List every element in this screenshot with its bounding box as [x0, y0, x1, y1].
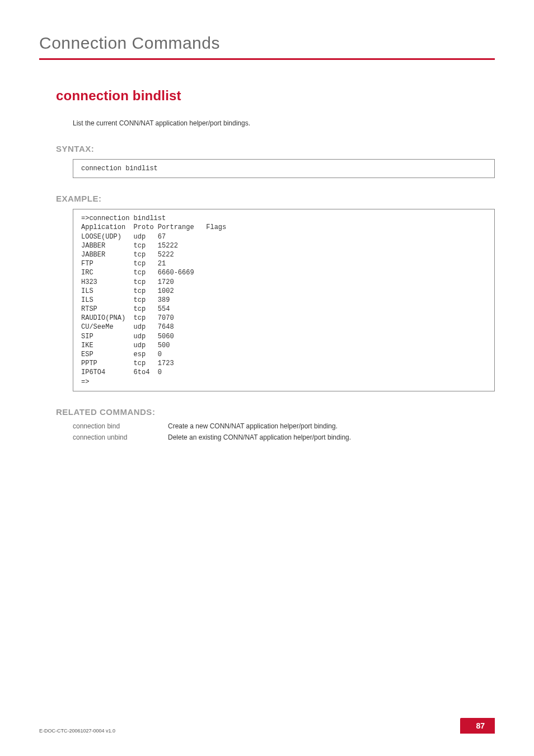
related-row: connection unbind Delete an existing CON…	[73, 433, 495, 441]
syntax-code: connection bindlist	[73, 159, 495, 178]
page-number-badge: 87	[460, 718, 495, 734]
related-command-desc: Create a new CONN/NAT application helper…	[168, 422, 338, 430]
example-label: EXAMPLE:	[56, 194, 495, 203]
syntax-label: SYNTAX:	[56, 144, 495, 153]
related-command-name: connection unbind	[73, 433, 168, 441]
example-code: =>connection bindlist Application Proto …	[73, 209, 495, 391]
related-commands-table: connection bind Create a new CONN/NAT ap…	[73, 422, 495, 441]
page: Connection Commands connection bindlist …	[0, 0, 534, 756]
document-id: E-DOC-CTC-20061027-0004 v1.0	[39, 728, 115, 734]
chapter-title: Connection Commands	[39, 34, 495, 53]
related-row: connection bind Create a new CONN/NAT ap…	[73, 422, 495, 430]
command-title: connection bindlist	[56, 88, 495, 104]
title-rule	[39, 58, 495, 60]
page-footer: E-DOC-CTC-20061027-0004 v1.0 87	[39, 718, 495, 734]
related-command-desc: Delete an existing CONN/NAT application …	[168, 433, 351, 441]
command-description: List the current CONN/NAT application he…	[73, 119, 495, 127]
related-commands-label: RELATED COMMANDS:	[56, 407, 495, 417]
related-command-name: connection bind	[73, 422, 168, 430]
